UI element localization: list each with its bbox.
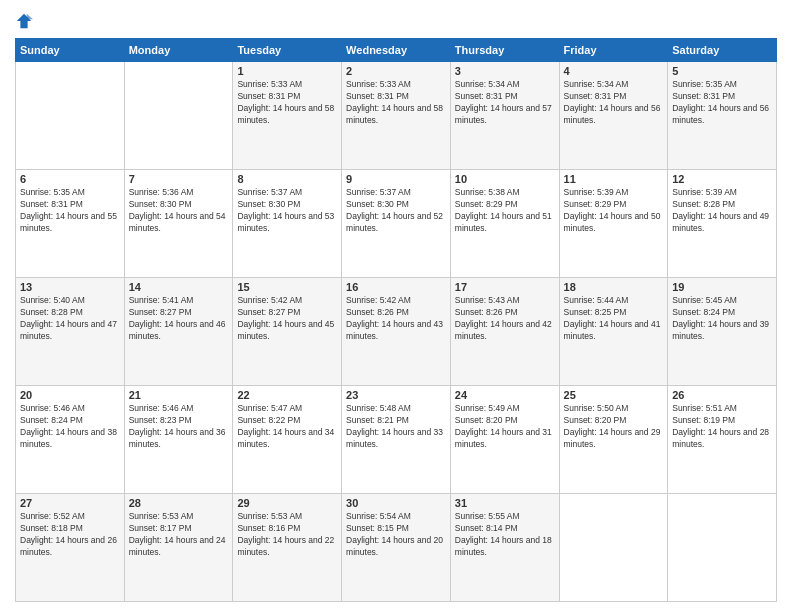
day-number: 18: [564, 281, 664, 293]
day-number: 2: [346, 65, 446, 77]
day-cell: [16, 62, 125, 170]
day-cell: [559, 494, 668, 602]
day-detail: Sunrise: 5:46 AMSunset: 8:24 PMDaylight:…: [20, 403, 120, 451]
day-number: 13: [20, 281, 120, 293]
weekday-header-friday: Friday: [559, 39, 668, 62]
day-number: 31: [455, 497, 555, 509]
day-cell: 3Sunrise: 5:34 AMSunset: 8:31 PMDaylight…: [450, 62, 559, 170]
day-cell: 24Sunrise: 5:49 AMSunset: 8:20 PMDayligh…: [450, 386, 559, 494]
day-cell: 1Sunrise: 5:33 AMSunset: 8:31 PMDaylight…: [233, 62, 342, 170]
day-number: 11: [564, 173, 664, 185]
day-cell: 7Sunrise: 5:36 AMSunset: 8:30 PMDaylight…: [124, 170, 233, 278]
day-cell: 14Sunrise: 5:41 AMSunset: 8:27 PMDayligh…: [124, 278, 233, 386]
day-detail: Sunrise: 5:33 AMSunset: 8:31 PMDaylight:…: [237, 79, 337, 127]
day-detail: Sunrise: 5:47 AMSunset: 8:22 PMDaylight:…: [237, 403, 337, 451]
day-number: 12: [672, 173, 772, 185]
day-cell: 2Sunrise: 5:33 AMSunset: 8:31 PMDaylight…: [342, 62, 451, 170]
day-number: 23: [346, 389, 446, 401]
week-row-4: 20Sunrise: 5:46 AMSunset: 8:24 PMDayligh…: [16, 386, 777, 494]
day-detail: Sunrise: 5:50 AMSunset: 8:20 PMDaylight:…: [564, 403, 664, 451]
day-cell: 5Sunrise: 5:35 AMSunset: 8:31 PMDaylight…: [668, 62, 777, 170]
weekday-header-wednesday: Wednesday: [342, 39, 451, 62]
day-detail: Sunrise: 5:52 AMSunset: 8:18 PMDaylight:…: [20, 511, 120, 559]
day-detail: Sunrise: 5:40 AMSunset: 8:28 PMDaylight:…: [20, 295, 120, 343]
day-cell: 18Sunrise: 5:44 AMSunset: 8:25 PMDayligh…: [559, 278, 668, 386]
day-cell: 12Sunrise: 5:39 AMSunset: 8:28 PMDayligh…: [668, 170, 777, 278]
day-number: 17: [455, 281, 555, 293]
day-detail: Sunrise: 5:44 AMSunset: 8:25 PMDaylight:…: [564, 295, 664, 343]
day-cell: 4Sunrise: 5:34 AMSunset: 8:31 PMDaylight…: [559, 62, 668, 170]
day-cell: 16Sunrise: 5:42 AMSunset: 8:26 PMDayligh…: [342, 278, 451, 386]
day-number: 29: [237, 497, 337, 509]
week-row-2: 6Sunrise: 5:35 AMSunset: 8:31 PMDaylight…: [16, 170, 777, 278]
day-cell: 6Sunrise: 5:35 AMSunset: 8:31 PMDaylight…: [16, 170, 125, 278]
day-number: 19: [672, 281, 772, 293]
day-number: 3: [455, 65, 555, 77]
day-cell: 9Sunrise: 5:37 AMSunset: 8:30 PMDaylight…: [342, 170, 451, 278]
day-detail: Sunrise: 5:35 AMSunset: 8:31 PMDaylight:…: [20, 187, 120, 235]
day-detail: Sunrise: 5:39 AMSunset: 8:28 PMDaylight:…: [672, 187, 772, 235]
day-detail: Sunrise: 5:37 AMSunset: 8:30 PMDaylight:…: [237, 187, 337, 235]
day-number: 5: [672, 65, 772, 77]
day-number: 10: [455, 173, 555, 185]
day-cell: 21Sunrise: 5:46 AMSunset: 8:23 PMDayligh…: [124, 386, 233, 494]
day-detail: Sunrise: 5:54 AMSunset: 8:15 PMDaylight:…: [346, 511, 446, 559]
day-number: 28: [129, 497, 229, 509]
weekday-header-sunday: Sunday: [16, 39, 125, 62]
day-cell: 31Sunrise: 5:55 AMSunset: 8:14 PMDayligh…: [450, 494, 559, 602]
day-detail: Sunrise: 5:36 AMSunset: 8:30 PMDaylight:…: [129, 187, 229, 235]
day-cell: 30Sunrise: 5:54 AMSunset: 8:15 PMDayligh…: [342, 494, 451, 602]
weekday-header-tuesday: Tuesday: [233, 39, 342, 62]
day-cell: 13Sunrise: 5:40 AMSunset: 8:28 PMDayligh…: [16, 278, 125, 386]
day-number: 9: [346, 173, 446, 185]
weekday-header-row: SundayMondayTuesdayWednesdayThursdayFrid…: [16, 39, 777, 62]
logo: [15, 10, 37, 30]
weekday-header-monday: Monday: [124, 39, 233, 62]
day-cell: 15Sunrise: 5:42 AMSunset: 8:27 PMDayligh…: [233, 278, 342, 386]
weekday-header-thursday: Thursday: [450, 39, 559, 62]
day-detail: Sunrise: 5:55 AMSunset: 8:14 PMDaylight:…: [455, 511, 555, 559]
day-detail: Sunrise: 5:38 AMSunset: 8:29 PMDaylight:…: [455, 187, 555, 235]
day-cell: 11Sunrise: 5:39 AMSunset: 8:29 PMDayligh…: [559, 170, 668, 278]
day-detail: Sunrise: 5:46 AMSunset: 8:23 PMDaylight:…: [129, 403, 229, 451]
day-number: 22: [237, 389, 337, 401]
day-number: 1: [237, 65, 337, 77]
day-cell: 23Sunrise: 5:48 AMSunset: 8:21 PMDayligh…: [342, 386, 451, 494]
day-detail: Sunrise: 5:48 AMSunset: 8:21 PMDaylight:…: [346, 403, 446, 451]
day-cell: 27Sunrise: 5:52 AMSunset: 8:18 PMDayligh…: [16, 494, 125, 602]
day-number: 24: [455, 389, 555, 401]
day-number: 4: [564, 65, 664, 77]
day-detail: Sunrise: 5:49 AMSunset: 8:20 PMDaylight:…: [455, 403, 555, 451]
svg-marker-1: [27, 14, 33, 19]
day-cell: 19Sunrise: 5:45 AMSunset: 8:24 PMDayligh…: [668, 278, 777, 386]
day-cell: 22Sunrise: 5:47 AMSunset: 8:22 PMDayligh…: [233, 386, 342, 494]
week-row-1: 1Sunrise: 5:33 AMSunset: 8:31 PMDaylight…: [16, 62, 777, 170]
day-cell: 8Sunrise: 5:37 AMSunset: 8:30 PMDaylight…: [233, 170, 342, 278]
day-detail: Sunrise: 5:34 AMSunset: 8:31 PMDaylight:…: [455, 79, 555, 127]
day-number: 21: [129, 389, 229, 401]
day-cell: [668, 494, 777, 602]
day-detail: Sunrise: 5:39 AMSunset: 8:29 PMDaylight:…: [564, 187, 664, 235]
day-detail: Sunrise: 5:51 AMSunset: 8:19 PMDaylight:…: [672, 403, 772, 451]
day-cell: 10Sunrise: 5:38 AMSunset: 8:29 PMDayligh…: [450, 170, 559, 278]
day-number: 25: [564, 389, 664, 401]
day-detail: Sunrise: 5:53 AMSunset: 8:17 PMDaylight:…: [129, 511, 229, 559]
day-detail: Sunrise: 5:53 AMSunset: 8:16 PMDaylight:…: [237, 511, 337, 559]
header: [15, 10, 777, 30]
page: SundayMondayTuesdayWednesdayThursdayFrid…: [0, 0, 792, 612]
day-cell: [124, 62, 233, 170]
logo-icon: [15, 12, 33, 30]
week-row-5: 27Sunrise: 5:52 AMSunset: 8:18 PMDayligh…: [16, 494, 777, 602]
day-number: 8: [237, 173, 337, 185]
day-number: 7: [129, 173, 229, 185]
day-cell: 26Sunrise: 5:51 AMSunset: 8:19 PMDayligh…: [668, 386, 777, 494]
day-cell: 29Sunrise: 5:53 AMSunset: 8:16 PMDayligh…: [233, 494, 342, 602]
day-number: 20: [20, 389, 120, 401]
calendar: SundayMondayTuesdayWednesdayThursdayFrid…: [15, 38, 777, 602]
day-number: 27: [20, 497, 120, 509]
day-number: 16: [346, 281, 446, 293]
day-cell: 20Sunrise: 5:46 AMSunset: 8:24 PMDayligh…: [16, 386, 125, 494]
day-number: 6: [20, 173, 120, 185]
day-cell: 25Sunrise: 5:50 AMSunset: 8:20 PMDayligh…: [559, 386, 668, 494]
day-detail: Sunrise: 5:34 AMSunset: 8:31 PMDaylight:…: [564, 79, 664, 127]
